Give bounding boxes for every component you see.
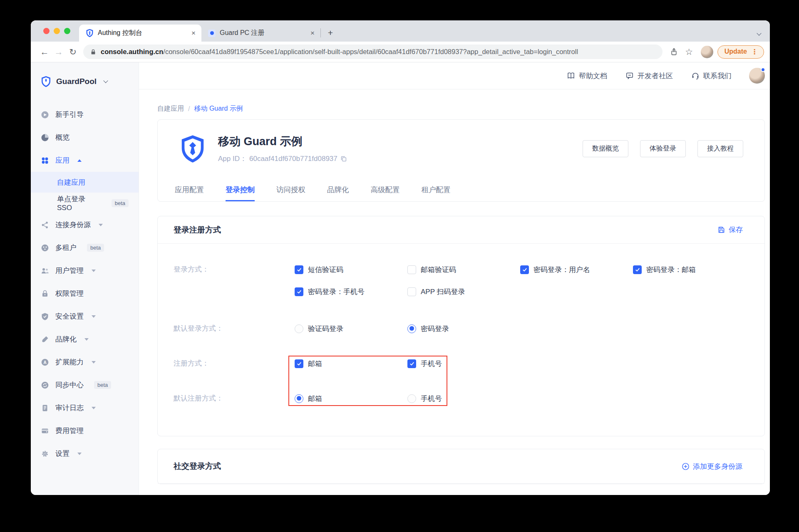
chevron-down-icon[interactable]	[757, 31, 761, 35]
radio-otp-login[interactable]: 验证码登录	[295, 324, 407, 334]
back-button[interactable]: ←	[37, 45, 52, 59]
sidebar-item-label: 品牌化	[55, 334, 77, 344]
chevron-down-icon	[99, 224, 103, 226]
workspace-switcher[interactable]: GuardPool	[31, 70, 139, 93]
sidebar-item-overview[interactable]: 概览	[31, 126, 139, 149]
authing-favicon-icon	[86, 29, 94, 37]
tab-branding[interactable]: 品牌化	[327, 185, 349, 201]
checkbox-email-code[interactable]: 邮箱验证码	[407, 265, 520, 275]
browser-menu-icon[interactable]: ⋮	[751, 48, 758, 56]
sidebar-item-label: 同步中心	[55, 380, 84, 390]
browser-toolbar: ← → ↻ console.authing.cn/console/60caaf4…	[31, 42, 770, 62]
save-button[interactable]: 保存	[717, 225, 743, 235]
user-avatar[interactable]	[749, 68, 765, 84]
radio-unselected-icon	[407, 394, 416, 403]
update-button[interactable]: Update ⋮	[717, 45, 764, 59]
docs-icon	[567, 72, 575, 80]
browser-profile-avatar[interactable]	[701, 46, 713, 58]
tab-tenant-config[interactable]: 租户配置	[422, 185, 451, 201]
permissions-icon	[41, 290, 49, 298]
url-path: /console/60caaf41da89f1954875cee1/applic…	[163, 48, 578, 55]
checkbox-password-email[interactable]: 密码登录：邮箱	[633, 265, 746, 275]
try-login-button[interactable]: 体验登录	[640, 140, 686, 157]
tab-separator	[320, 28, 321, 37]
sidebar-item-self-built-apps[interactable]: 自建应用	[31, 172, 139, 193]
sidebar-item-billing[interactable]: 费用管理	[31, 419, 139, 442]
tab-guard-pc[interactable]: Guard PC 注册 ×	[201, 25, 320, 42]
login-methods-row: 登录方式： 短信验证码 邮箱验证码	[174, 265, 764, 297]
new-tab-button[interactable]: +	[324, 27, 337, 39]
close-tab-icon[interactable]: ×	[191, 29, 196, 37]
sidebar-item-identity-sources[interactable]: 连接身份源	[31, 213, 139, 236]
radio-register-email[interactable]: 邮箱	[295, 393, 407, 403]
checkbox-app-qr-login[interactable]: APP 扫码登录	[407, 287, 520, 297]
zoom-window-button[interactable]	[64, 28, 70, 34]
copy-icon[interactable]	[340, 155, 347, 163]
beta-badge: beta	[94, 381, 111, 389]
sidebar-item-user-management[interactable]: 用户管理	[31, 259, 139, 282]
forward-button[interactable]: →	[52, 45, 66, 59]
add-identity-source-button[interactable]: 添加更多身份源	[682, 462, 742, 471]
sidebar-item-sync-center[interactable]: 同步中心 beta	[31, 374, 139, 396]
tab-access-authorization[interactable]: 访问授权	[276, 185, 305, 201]
app-id-label: App ID：	[218, 154, 247, 163]
address-bar[interactable]: console.authing.cn/console/60caaf41da89f…	[83, 45, 663, 59]
checkbox-checked-icon	[520, 265, 529, 274]
sidebar-item-tenants[interactable]: 多租户 beta	[31, 236, 139, 259]
svg-text:A: A	[43, 360, 46, 364]
bookmark-star-icon[interactable]: ☆	[682, 45, 697, 59]
sidebar-item-settings[interactable]: 设置	[31, 442, 139, 465]
breadcrumb: 自建应用 / 移动 Guard 示例	[157, 104, 765, 113]
sidebar-item-applications[interactable]: 应用	[31, 149, 139, 172]
tenants-icon	[41, 244, 49, 252]
window-controls	[43, 28, 70, 34]
checkbox-password-phone[interactable]: 密码登录：手机号	[295, 287, 407, 297]
sidebar-item-guide[interactable]: 新手引导	[31, 103, 139, 126]
sidebar-item-security[interactable]: 安全设置	[31, 305, 139, 328]
tab-app-config[interactable]: 应用配置	[175, 185, 204, 201]
browser-tab-strip: Authing 控制台 × Guard PC 注册 × +	[31, 20, 770, 42]
close-tab-icon[interactable]: ×	[310, 29, 315, 37]
default-register-row: 默认注册方式： 邮箱 手机号	[174, 393, 764, 403]
register-methods-row: 注册方式： 邮箱 手机号	[174, 359, 764, 369]
chevron-down-icon	[77, 453, 82, 455]
register-methods-label: 注册方式：	[174, 359, 295, 369]
security-icon	[41, 312, 49, 321]
community-icon	[625, 72, 634, 80]
developer-community-link[interactable]: 开发者社区	[625, 71, 673, 81]
beta-badge: beta	[87, 244, 104, 252]
extensions-icon: A	[41, 358, 49, 366]
sidebar-item-label: 扩展能力	[55, 357, 84, 367]
data-overview-button[interactable]: 数据概览	[583, 140, 628, 157]
integration-tutorial-button[interactable]: 接入教程	[697, 140, 743, 157]
sidebar-item-sso[interactable]: 单点登录 SSO beta	[31, 193, 139, 213]
tab-authing-console[interactable]: Authing 控制台 ×	[79, 25, 201, 42]
checkbox-register-phone[interactable]: 手机号	[407, 359, 520, 369]
sidebar-item-audit-logs[interactable]: 审计日志	[31, 396, 139, 419]
guard-favicon-icon	[208, 30, 216, 37]
tab-advanced-config[interactable]: 高级配置	[371, 185, 400, 201]
share-icon[interactable]	[667, 45, 682, 59]
sidebar-item-label: 单点登录 SSO	[57, 194, 101, 212]
save-icon	[717, 226, 725, 234]
help-docs-link[interactable]: 帮助文档	[567, 71, 607, 81]
plus-circle-icon	[682, 463, 690, 470]
contact-us-link[interactable]: 联系我们	[691, 71, 732, 81]
checkbox-sms-code[interactable]: 短信验证码	[295, 265, 407, 275]
minimize-window-button[interactable]	[54, 28, 60, 34]
breadcrumb-root[interactable]: 自建应用	[157, 104, 184, 113]
checkbox-checked-icon	[407, 359, 416, 368]
reload-button[interactable]: ↻	[66, 45, 80, 59]
radio-password-login[interactable]: 密码登录	[407, 324, 520, 334]
help-docs-label: 帮助文档	[579, 71, 607, 81]
sidebar-item-extensions[interactable]: A 扩展能力	[31, 351, 139, 374]
checkbox-register-email[interactable]: 邮箱	[295, 359, 407, 369]
radio-register-phone[interactable]: 手机号	[407, 393, 520, 403]
sidebar-item-branding[interactable]: 品牌化	[31, 328, 139, 351]
section-title: 登录注册方式	[174, 225, 221, 235]
close-window-button[interactable]	[43, 28, 50, 34]
checkbox-password-username[interactable]: 密码登录：用户名	[520, 265, 633, 275]
sidebar-item-permissions[interactable]: 权限管理	[31, 282, 139, 305]
beta-badge: beta	[112, 199, 129, 207]
tab-login-control[interactable]: 登录控制	[226, 185, 255, 201]
